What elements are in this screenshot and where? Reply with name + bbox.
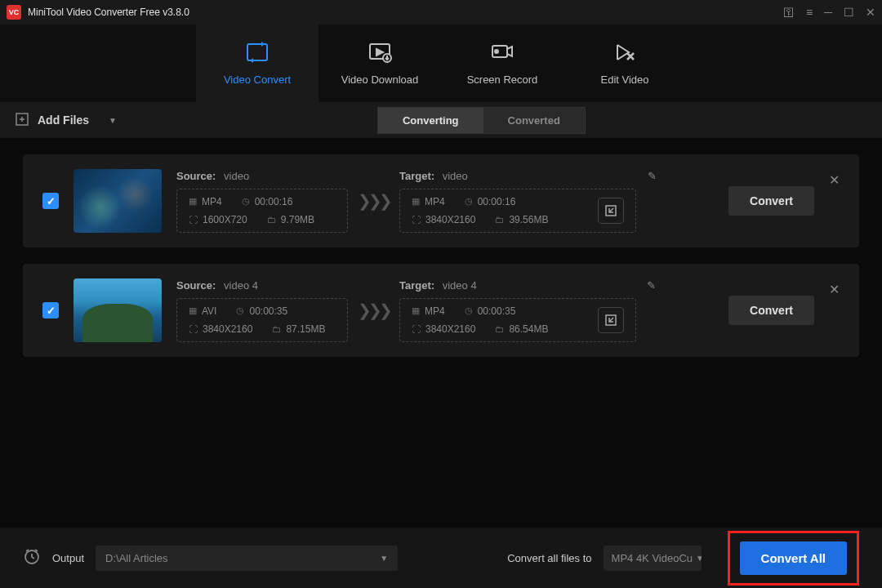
add-file-icon	[15, 112, 29, 129]
download-icon	[368, 42, 392, 65]
titlebar: VC MiniTool Video Converter Free v3.8.0 …	[0, 0, 882, 24]
target-info: ▦MP4 ◷00:00:16 ⛶3840X2160 🗀39.56MB	[399, 189, 636, 233]
app-logo: VC	[7, 5, 21, 20]
output-path-value: D:\All Articles	[105, 552, 168, 564]
target-label: Target:	[399, 279, 434, 292]
record-icon	[490, 42, 514, 65]
clock-icon: ◷	[242, 196, 250, 207]
chevron-down-icon: ▼	[109, 116, 117, 125]
tab-edit-video[interactable]: Edit Video	[564, 24, 686, 102]
file-card: ✓ Source: video ▦MP4 ◷00:00:16 ⛶1600X720…	[23, 154, 859, 247]
file-checkbox[interactable]: ✓	[42, 302, 59, 318]
src-resolution: 3840X2160	[203, 323, 252, 335]
arrow-icon: ❯❯❯	[358, 191, 390, 211]
src-format: MP4	[202, 196, 222, 207]
footer: Output D:\All Articles ▼ Convert all fil…	[0, 528, 882, 588]
edit-icon[interactable]: ✎	[647, 279, 656, 292]
output-path-select[interactable]: D:\All Articles ▼	[96, 546, 398, 571]
target-info: ▦MP4 ◷00:00:35 ⛶3840X2160 🗀86.54MB	[399, 298, 636, 342]
file-list: ✓ Source: video ▦MP4 ◷00:00:16 ⛶1600X720…	[0, 138, 882, 528]
target-name: video	[443, 170, 468, 182]
tab-label: Edit Video	[600, 74, 648, 86]
edit-video-icon	[612, 42, 637, 65]
close-icon[interactable]: ✕	[866, 6, 875, 19]
main-nav: Video Convert Video Download Screen Reco…	[0, 24, 882, 102]
tab-screen-record[interactable]: Screen Record	[441, 24, 564, 102]
target-label: Target:	[399, 170, 434, 182]
size-icon: 🗀	[272, 324, 281, 334]
app-title: MiniTool Video Converter Free v3.8.0	[28, 7, 783, 18]
src-resolution: 1600X720	[203, 214, 247, 225]
tab-video-convert[interactable]: Video Convert	[196, 24, 318, 102]
clock-icon: ◷	[236, 305, 244, 316]
output-format-select[interactable]: MP4 4K VideoCu ▼	[604, 546, 702, 571]
format-icon: ▦	[189, 196, 197, 207]
src-size: 87.15MB	[286, 323, 325, 335]
toolbar: Add Files ▼ Converting Converted	[0, 102, 882, 138]
resolution-icon: ⛶	[189, 324, 198, 334]
tgt-size: 39.56MB	[509, 214, 548, 225]
file-checkbox[interactable]: ✓	[42, 193, 59, 209]
size-icon: 🗀	[495, 324, 504, 334]
highlight-annotation: Convert All	[728, 531, 859, 586]
resolution-icon: ⛶	[412, 215, 421, 225]
maximize-icon[interactable]: ☐	[844, 6, 854, 19]
source-label: Source:	[176, 279, 216, 292]
convert-all-label: Convert all files to	[507, 552, 591, 564]
add-files-button[interactable]: Add Files ▼	[3, 105, 128, 136]
convert-button[interactable]: Convert	[728, 186, 814, 216]
format-icon: ▦	[412, 196, 420, 207]
menu-icon[interactable]: ≡	[806, 6, 813, 19]
source-name: video	[224, 170, 249, 182]
edit-icon[interactable]: ✎	[648, 170, 657, 182]
format-value: MP4 4K VideoCu	[612, 552, 693, 564]
size-icon: 🗀	[267, 215, 276, 225]
source-info: ▦AVI ◷00:00:35 ⛶3840X2160 🗀87.15MB	[176, 298, 348, 342]
add-files-label: Add Files	[38, 114, 89, 127]
clock-icon: ◷	[465, 196, 473, 207]
src-size: 9.79MB	[281, 214, 314, 225]
chevron-down-icon: ▼	[380, 554, 388, 563]
convert-button[interactable]: Convert	[728, 296, 814, 325]
file-card: ✓ Source: video 4 ▦AVI ◷00:00:35 ⛶3840X2…	[23, 264, 859, 357]
target-name: video 4	[443, 279, 477, 292]
resolution-icon: ⛶	[189, 215, 198, 225]
remove-file-button[interactable]: ✕	[829, 172, 840, 188]
key-icon[interactable]: ⚿	[783, 6, 795, 19]
converting-tab[interactable]: Converting	[378, 108, 483, 133]
resolution-icon: ⛶	[412, 324, 421, 334]
output-label: Output	[52, 552, 84, 564]
video-thumbnail[interactable]	[74, 278, 162, 342]
tgt-resolution: 3840X2160	[425, 214, 475, 225]
format-icon: ▦	[189, 305, 197, 316]
settings-button[interactable]	[598, 198, 624, 224]
schedule-icon[interactable]	[23, 547, 41, 569]
tgt-duration: 00:00:35	[478, 305, 516, 317]
converted-tab[interactable]: Converted	[483, 108, 585, 133]
minimize-icon[interactable]: ─	[824, 6, 832, 19]
tab-label: Video Download	[341, 74, 418, 86]
svg-point-4	[495, 50, 498, 53]
convert-all-button[interactable]: Convert All	[740, 541, 847, 575]
src-duration: 00:00:16	[255, 196, 293, 207]
tab-video-download[interactable]: Video Download	[318, 24, 441, 102]
src-duration: 00:00:35	[249, 305, 287, 317]
svg-rect-0	[247, 44, 267, 60]
source-name: video 4	[224, 279, 258, 292]
clock-icon: ◷	[465, 305, 473, 316]
chevron-down-icon: ▼	[696, 554, 702, 563]
settings-button[interactable]	[598, 307, 624, 333]
tab-label: Video Convert	[224, 74, 291, 86]
status-segment: Converting Converted	[377, 107, 586, 134]
video-thumbnail[interactable]	[74, 169, 162, 233]
source-info: ▦MP4 ◷00:00:16 ⛶1600X720 🗀9.79MB	[176, 189, 348, 233]
size-icon: 🗀	[495, 215, 504, 225]
source-label: Source:	[176, 170, 216, 182]
remove-file-button[interactable]: ✕	[829, 282, 840, 297]
arrow-icon: ❯❯❯	[358, 301, 390, 320]
convert-icon	[245, 42, 270, 65]
format-icon: ▦	[412, 305, 420, 316]
tgt-resolution: 3840X2160	[425, 323, 475, 335]
tgt-format: MP4	[425, 196, 445, 207]
tgt-duration: 00:00:16	[478, 196, 516, 207]
